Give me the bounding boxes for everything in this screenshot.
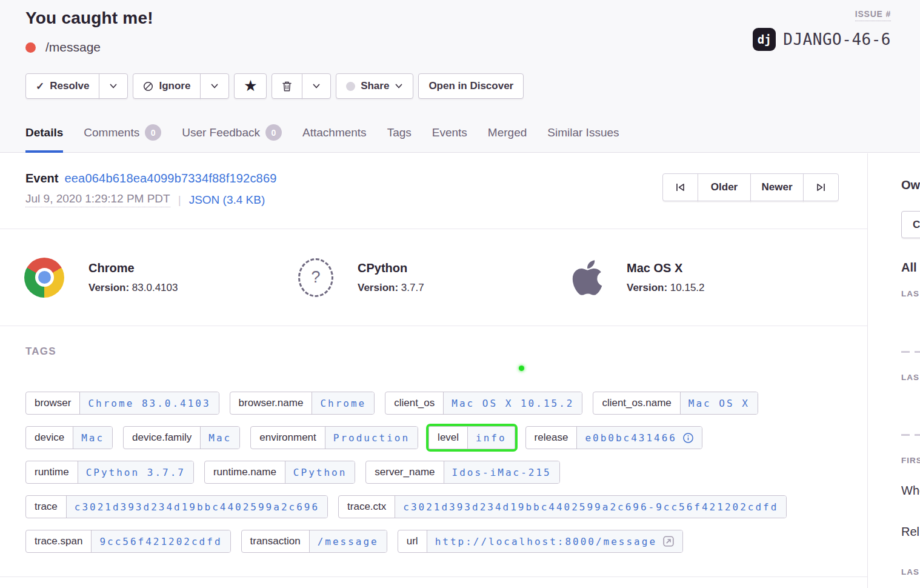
- check-icon: ✓: [36, 80, 44, 93]
- context-name: CPython: [358, 261, 424, 275]
- skip-to-first-icon: [675, 182, 686, 193]
- tag-value-link[interactable]: Chrome: [312, 392, 374, 414]
- sidebar-last-label-3: LAS: [901, 567, 919, 576]
- tag-pill-environment: environment Production: [250, 426, 418, 449]
- tab-label: Similar Issues: [547, 126, 619, 139]
- context-text: Chrome Version: 83.0.4103: [88, 261, 178, 294]
- tab-label: Merged: [488, 126, 527, 139]
- ignore-dropdown-button[interactable]: [200, 73, 229, 99]
- tab-attachments[interactable]: Attachments: [302, 124, 367, 153]
- tag-value-link[interactable]: 9cc56f421202cdfd: [91, 530, 230, 552]
- sidebar-divider: [901, 351, 920, 353]
- share-button[interactable]: Share: [336, 73, 413, 99]
- tab-user-feedback[interactable]: User Feedback 0: [182, 124, 282, 153]
- issue-id-row: dj DJANGO-46-6: [753, 28, 891, 51]
- newest-event-button[interactable]: [803, 173, 839, 201]
- context-name: Mac OS X: [627, 261, 705, 275]
- oldest-event-button[interactable]: [662, 173, 698, 201]
- context-text: Mac OS X Version: 10.15.2: [627, 261, 705, 294]
- context-text: CPython Version: 3.7.7: [358, 261, 424, 294]
- main-content: Eventeea064b618ea4099b7334f88f192c869 Ju…: [0, 153, 868, 588]
- issue-tabs: Details Comments 0 User Feedback 0 Attac…: [25, 124, 619, 153]
- tab-merged[interactable]: Merged: [488, 124, 527, 153]
- tag-value-link[interactable]: Idos-iMac-215: [444, 461, 559, 483]
- tag-value-link[interactable]: Mac: [73, 427, 112, 449]
- tab-similar-issues[interactable]: Similar Issues: [547, 124, 619, 153]
- resolve-dropdown-button[interactable]: [99, 73, 128, 99]
- older-event-button[interactable]: Older: [698, 173, 751, 201]
- sidebar-owner-button[interactable]: C: [901, 211, 920, 238]
- tag-value-link[interactable]: c3021d393d234d19bbc4402599a2c696: [66, 496, 327, 518]
- tag-value-link[interactable]: CPython 3.7.7: [78, 461, 193, 483]
- context-name: Chrome: [88, 261, 178, 275]
- tag-value-link[interactable]: e0b0bc431466: [576, 427, 702, 449]
- tag-value-text: e0b0bc431466: [585, 432, 677, 444]
- unknown-runtime-icon: ?: [298, 258, 333, 297]
- tag-pill-server-name: server_name Idos-iMac-215: [365, 461, 559, 484]
- sidebar-when-text: Whe: [901, 484, 920, 498]
- version-label: Version:: [627, 282, 667, 293]
- ignore-button-group: Ignore: [133, 73, 229, 99]
- tag-pill-transaction: transaction /message: [241, 530, 387, 553]
- tag-value-link[interactable]: CPython: [285, 461, 355, 483]
- version-value: 10.15.2: [670, 282, 705, 293]
- ignore-button[interactable]: Ignore: [133, 73, 201, 99]
- delete-button[interactable]: [272, 73, 302, 99]
- tag-rows: browser Chrome 83.0.4103 browser.name Ch…: [25, 392, 842, 553]
- issue-number-label: ISSUE #: [855, 9, 891, 21]
- resolve-button[interactable]: ✓ Resolve: [25, 73, 99, 99]
- skip-to-last-icon: [815, 182, 827, 193]
- tag-row: runtime CPython 3.7.7 runtime.name CPyth…: [25, 461, 842, 484]
- tag-pill-browser: browser Chrome 83.0.4103: [25, 392, 219, 415]
- tag-value-link[interactable]: c3021d393d234d19bbc4402599a2c696-9cc56f4…: [395, 496, 786, 518]
- bookmark-star-button[interactable]: ★: [234, 73, 267, 99]
- tag-value-link[interactable]: Mac OS X: [680, 392, 758, 414]
- delete-dropdown-button[interactable]: [302, 73, 331, 99]
- tag-value-link[interactable]: /message: [309, 530, 387, 552]
- tag-row: browser Chrome 83.0.4103 browser.name Ch…: [25, 392, 842, 415]
- event-header-section: Eventeea064b618ea4099b7334f88f192c869 Ju…: [0, 153, 867, 229]
- tab-events[interactable]: Events: [432, 124, 467, 153]
- event-contexts-section: Chrome Version: 83.0.4103 ? CPython Vers…: [0, 229, 867, 326]
- culprit-row: /message: [25, 40, 101, 55]
- tag-pill-browser-name: browser.name Chrome: [230, 392, 375, 415]
- issue-meta: ISSUE # dj DJANGO-46-6: [753, 8, 891, 51]
- sidebar-last-seen-label: LAS: [901, 289, 919, 298]
- tag-key: device.family: [124, 427, 200, 449]
- tab-label: User Feedback: [182, 126, 260, 139]
- version-label: Version:: [88, 282, 129, 293]
- tag-key: runtime: [26, 461, 78, 483]
- tag-key: environment: [251, 427, 325, 449]
- tag-value-link[interactable]: info: [467, 427, 515, 449]
- tab-label: Events: [432, 126, 467, 139]
- tag-value-link[interactable]: Mac: [200, 427, 239, 449]
- tag-value-link[interactable]: Mac OS X 10.15.2: [443, 392, 582, 414]
- tag-pill-runtime: runtime CPython 3.7.7: [25, 461, 194, 484]
- tab-tags[interactable]: Tags: [387, 124, 412, 153]
- separator: |: [178, 193, 181, 207]
- tag-row: trace c3021d393d234d19bbc4402599a2c696 t…: [25, 495, 842, 518]
- newer-event-button[interactable]: Newer: [750, 173, 804, 201]
- tab-details[interactable]: Details: [25, 124, 63, 153]
- tag-value-link[interactable]: Chrome 83.0.4103: [79, 392, 218, 414]
- chevron-down-icon: [210, 82, 219, 90]
- tag-pill-runtime-name: runtime.name CPython: [204, 461, 355, 484]
- event-json-link[interactable]: JSON (3.4 KB): [189, 193, 265, 207]
- tag-key: level: [429, 427, 467, 449]
- chrome-logo-icon: [24, 258, 64, 298]
- tag-key: transaction: [242, 530, 309, 552]
- open-in-discover-button[interactable]: Open in Discover: [418, 73, 524, 99]
- tag-value-link[interactable]: http://localhost:8000/message: [427, 530, 682, 552]
- tab-comments[interactable]: Comments 0: [84, 124, 161, 153]
- browser-context: Chrome Version: 83.0.4103: [24, 258, 298, 298]
- version-label: Version:: [358, 282, 398, 293]
- tag-value-link[interactable]: Production: [325, 427, 418, 449]
- chevron-down-icon: [312, 82, 321, 90]
- tag-pill-release: release e0b0bc431466: [525, 426, 702, 449]
- chevron-down-icon: [109, 82, 118, 90]
- right-sidebar: Ow C All LAS LAS FIRS Whe Rel LAS: [868, 153, 920, 588]
- event-id-link[interactable]: eea064b618ea4099b7334f88f192c869: [64, 172, 276, 185]
- chevron-down-icon: [395, 82, 403, 90]
- issue-short-id: DJANGO-46-6: [783, 30, 891, 48]
- context-version: Version: 3.7.7: [358, 282, 424, 294]
